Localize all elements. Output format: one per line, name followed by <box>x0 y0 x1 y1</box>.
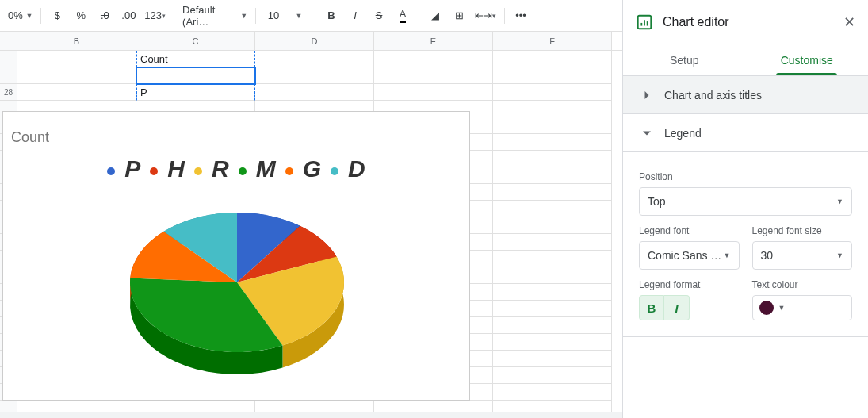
legend-format-label: Legend format <box>639 279 740 290</box>
increase-decimal-button[interactable]: .00 <box>117 5 140 27</box>
legend-size-label: Legend font size <box>752 225 853 236</box>
tab-setup[interactable]: Setup <box>623 44 746 75</box>
cell[interactable] <box>493 84 612 101</box>
cell[interactable] <box>17 51 136 67</box>
legend-bold-button[interactable]: B <box>639 295 664 320</box>
cell[interactable] <box>17 84 136 101</box>
horizontal-scrollbar[interactable] <box>0 412 622 418</box>
color-swatch <box>759 301 774 315</box>
zoom-select[interactable]: 0% ▼ <box>5 5 36 27</box>
chart-title: Count <box>11 129 49 146</box>
merge-button[interactable]: ⇤⇥▾ <box>472 5 499 27</box>
font-size-chevron[interactable]: ▼ <box>288 5 310 27</box>
col-header[interactable]: B <box>17 32 136 50</box>
cell[interactable] <box>255 51 374 67</box>
decrease-decimal-button[interactable]: .0 <box>94 5 116 27</box>
strike-button[interactable]: S <box>368 5 390 27</box>
tab-customise[interactable]: Customise <box>746 44 869 75</box>
cell[interactable] <box>255 84 374 101</box>
chart-icon <box>636 13 653 31</box>
paint-icon: ◢ <box>431 10 439 21</box>
section-legend[interactable]: Legend <box>623 114 868 152</box>
position-select[interactable]: Top▼ <box>639 187 852 216</box>
legend-section-body: Position Top▼ Legend font Comic Sans …▼ … <box>623 152 868 337</box>
cell[interactable]: Count <box>136 51 255 67</box>
currency-button[interactable]: $ <box>46 5 68 27</box>
chart-editor-panel: Chart editor ✕ Setup Customise Chart and… <box>622 0 868 418</box>
cell[interactable] <box>374 84 493 101</box>
italic-button[interactable]: I <box>344 5 366 27</box>
cell[interactable] <box>17 67 136 84</box>
section-chart-axis-titles[interactable]: Chart and axis titles <box>623 76 868 114</box>
col-header[interactable]: F <box>493 32 612 50</box>
pie-chart <box>118 191 356 397</box>
text-colour-button[interactable]: ▼ <box>752 295 853 320</box>
col-header[interactable]: C <box>136 32 255 50</box>
legend-font-select[interactable]: Comic Sans …▼ <box>639 241 740 270</box>
chart[interactable]: Count PHRMGD <box>2 111 470 401</box>
panel-title: Chart editor <box>663 15 729 29</box>
legend-italic-button[interactable]: I <box>664 295 690 320</box>
legend-size-select[interactable]: 30▼ <box>752 241 853 270</box>
borders-icon: ⊞ <box>455 10 464 21</box>
font-size-input[interactable]: 10 <box>261 5 286 27</box>
cell[interactable] <box>374 51 493 67</box>
percent-button[interactable]: % <box>70 5 92 27</box>
cell[interactable]: P <box>136 84 255 101</box>
borders-button[interactable]: ⊞ <box>448 5 470 27</box>
chart-legend: PHRMGD <box>3 155 469 182</box>
row-header[interactable]: 28 <box>0 84 17 101</box>
text-color-button[interactable]: A <box>392 5 414 27</box>
cell[interactable] <box>493 67 612 84</box>
chevron-right-icon <box>639 87 655 103</box>
text-colour-label: Text colour <box>752 279 853 290</box>
cell[interactable] <box>374 67 493 84</box>
chevron-down-icon: ▼ <box>778 304 786 312</box>
legend-font-label: Legend font <box>639 225 740 236</box>
row-header[interactable] <box>0 67 17 84</box>
merge-icon: ⇤⇥ <box>475 10 492 21</box>
col-header[interactable]: D <box>255 32 374 50</box>
row-header[interactable] <box>0 51 17 67</box>
more-formats-button[interactable]: 123▾ <box>141 5 169 27</box>
cell[interactable] <box>493 51 612 67</box>
position-label: Position <box>639 171 852 182</box>
close-button[interactable]: ✕ <box>843 13 855 31</box>
chevron-down-icon <box>639 125 655 141</box>
font-family-select[interactable]: Default (Ari…▼ <box>179 5 250 27</box>
close-icon: ✕ <box>843 14 855 30</box>
chevron-down-icon: ▼ <box>724 251 731 259</box>
col-header[interactable]: E <box>374 32 493 50</box>
bold-button[interactable]: B <box>320 5 342 27</box>
overflow-button[interactable]: ••• <box>510 5 532 27</box>
cell[interactable] <box>255 67 374 84</box>
cell-selected[interactable] <box>136 67 255 84</box>
chevron-down-icon: ▼ <box>836 251 843 259</box>
fill-color-button[interactable]: ◢ <box>424 5 446 27</box>
spreadsheet-grid[interactable]: B C D E F Count 28 P <box>0 32 622 412</box>
chevron-down-icon: ▼ <box>836 197 843 205</box>
